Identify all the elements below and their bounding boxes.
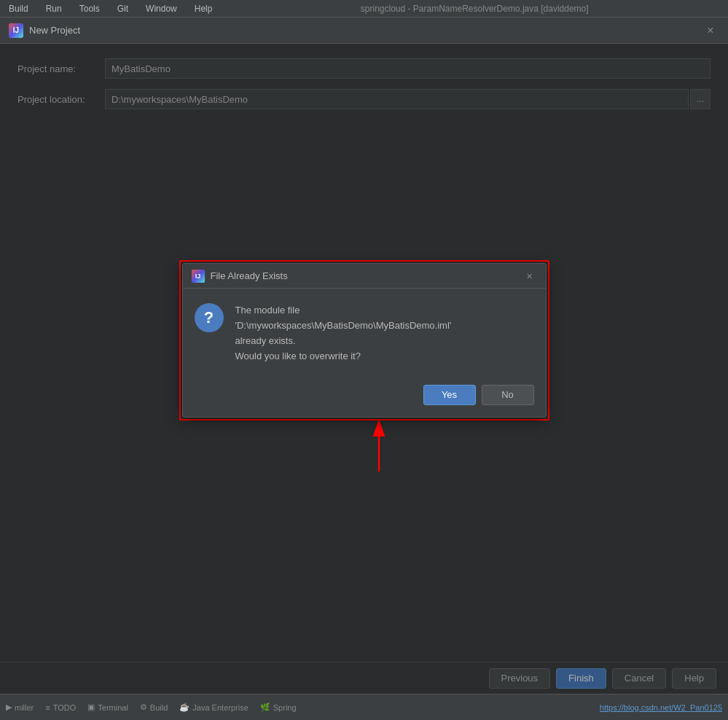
window-title: springcloud - ParamNameResolverDemo.java… [227,4,722,14]
terminal-icon: ▣ [87,703,95,712]
menu-git[interactable]: Git [114,2,131,15]
file-already-exists-dialog: IJ File Already Exists × ? The module fi… [182,263,547,417]
red-arrow [357,419,401,477]
menu-run[interactable]: Run [43,2,65,15]
java-enterprise-icon: ☕ [179,703,189,712]
window-title-bar: IJ New Project × [0,17,728,44]
dialog-intellij-icon: IJ [192,270,205,283]
menu-help[interactable]: Help [192,2,216,15]
todo-icon: ≡ [45,703,50,712]
message-line3: already exists. [235,335,296,346]
build-icon: ⚙ [140,703,147,712]
status-miller[interactable]: ▶ miller [6,703,34,712]
status-bar: ▶ miller ≡ TODO ▣ Terminal ⚙ Build ☕ Jav… [0,694,728,720]
status-build[interactable]: ⚙ Build [140,703,168,712]
miller-icon: ▶ [6,703,12,712]
question-icon: ? [195,303,224,332]
spring-label: Spring [273,703,297,712]
message-line1: The module file [235,305,300,316]
no-button[interactable]: No [482,385,534,405]
csdn-url[interactable]: https://blog.csdn.net/W2_Pan0125 [600,703,722,712]
dialog-message: The module file 'D:\myworkspaces\MyBatis… [235,303,534,364]
status-terminal[interactable]: ▣ Terminal [87,703,128,712]
message-line4: Would you like to overwrite it? [235,351,361,361]
menu-build[interactable]: Build [6,2,31,15]
dialog-overlay: IJ File Already Exists × ? The module fi… [0,44,728,694]
dialog-highlight: IJ File Already Exists × ? The module fi… [179,260,549,420]
todo-label: TODO [53,703,77,712]
dialog-buttons: Yes No [183,379,546,417]
miller-label: miller [15,703,34,712]
menu-window[interactable]: Window [143,2,180,15]
build-label: Build [150,703,168,712]
status-spring[interactable]: 🌿 Spring [260,703,297,712]
window-title-text: New Project [29,25,702,36]
java-enterprise-label: Java Enterprise [192,703,248,712]
close-button[interactable]: × [702,22,719,39]
intellij-icon: IJ [9,23,23,38]
status-java-enterprise[interactable]: ☕ Java Enterprise [179,703,248,712]
terminal-label: Terminal [98,703,128,712]
spring-icon: 🌿 [260,703,270,712]
yes-button[interactable]: Yes [423,385,476,405]
dialog-title-text: File Already Exists [211,270,522,281]
status-todo[interactable]: ≡ TODO [45,703,76,712]
menu-bar: Build Run Tools Git Window Help springcl… [0,0,728,17]
menu-tools[interactable]: Tools [77,2,103,15]
message-line2: 'D:\myworkspaces\MyBatisDemo\MyBatisDemo… [235,320,452,331]
dialog-body: ? The module file 'D:\myworkspaces\MyBat… [183,289,546,378]
dialog-close-button[interactable]: × [522,269,537,283]
dialog-title-bar: IJ File Already Exists × [183,264,546,289]
